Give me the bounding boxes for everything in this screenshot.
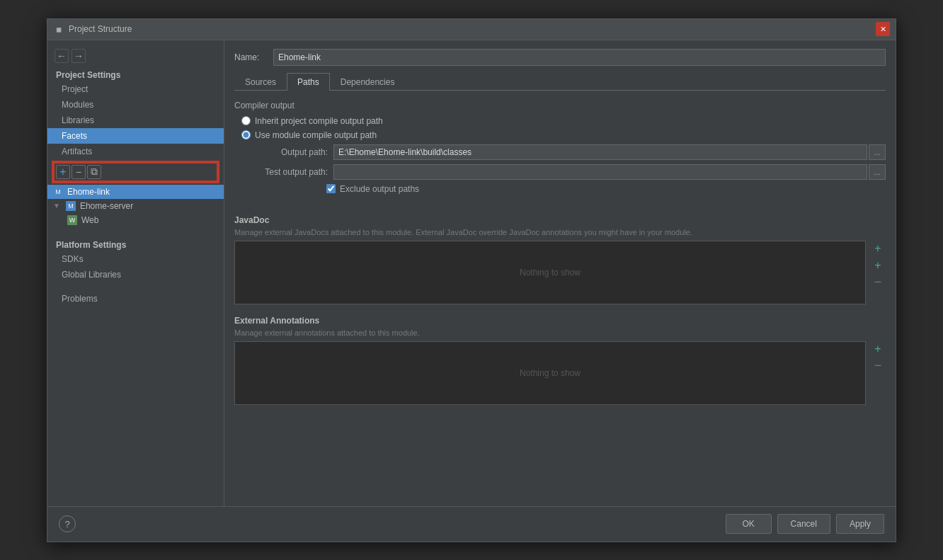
project-settings-label: Project Settings xyxy=(47,66,224,81)
ext-ann-add-button[interactable]: + xyxy=(870,341,886,357)
javadoc-add-jar-button[interactable]: + xyxy=(870,258,886,273)
module-icon: M xyxy=(53,187,63,197)
sidebar-item-libraries[interactable]: Libraries xyxy=(47,113,224,128)
sidebar-item-problems[interactable]: Problems xyxy=(47,291,224,307)
tree-node-ehome-server[interactable]: ▼ M Ehome-server xyxy=(47,199,224,213)
ext-ann-title: External Annotations xyxy=(234,316,886,326)
exclude-label: Exclude output paths xyxy=(340,184,419,194)
dialog-icon: ◼ xyxy=(53,23,64,35)
sidebar-item-artifacts[interactable]: Artifacts xyxy=(47,144,224,159)
sidebar-item-sdks[interactable]: SDKs xyxy=(47,251,224,267)
compiler-output-title: Compiler output xyxy=(234,101,886,110)
help-button[interactable]: ? xyxy=(59,515,76,532)
tree-node-web-label: Web xyxy=(81,215,98,225)
nav-forward-button[interactable]: → xyxy=(72,49,86,63)
exclude-checkbox[interactable] xyxy=(326,184,336,193)
sidebar: ← → Project Settings Project Modules Lib… xyxy=(47,40,224,506)
tab-dependencies[interactable]: Dependencies xyxy=(330,73,406,91)
radio-inherit[interactable] xyxy=(241,116,251,125)
sidebar-item-facets[interactable]: Facets xyxy=(47,128,224,144)
output-path-label: Output path: xyxy=(248,147,333,157)
nav-back-button[interactable]: ← xyxy=(55,49,69,63)
external-annotations-section: External Annotations Manage external ann… xyxy=(234,316,886,405)
ext-ann-list: Nothing to show xyxy=(234,341,866,405)
ext-ann-list-container: Nothing to show + − xyxy=(234,341,886,405)
javadoc-remove-button[interactable]: − xyxy=(870,275,886,290)
test-output-path-row: Test output path: ... xyxy=(234,164,886,180)
javadoc-list: Nothing to show xyxy=(234,241,866,304)
tree-copy-button[interactable]: ⧉ xyxy=(87,165,101,179)
ok-button[interactable]: OK xyxy=(726,514,772,534)
output-path-row: Output path: ... xyxy=(234,144,886,160)
tree-node-label: Ehome-link xyxy=(67,187,110,197)
javadoc-title: JavaDoc xyxy=(234,215,886,225)
radio-use-module-label: Use module compile output path xyxy=(255,130,377,140)
test-output-browse-button[interactable]: ... xyxy=(869,164,886,180)
javadoc-desc: Manage external JavaDocs attached to thi… xyxy=(234,228,886,236)
tabs: Sources Paths Dependencies xyxy=(234,73,886,91)
ext-ann-desc: Manage external annotations attached to … xyxy=(234,328,886,337)
radio-inherit-label: Inherit project compile output path xyxy=(255,116,383,126)
bottom-bar: ? OK Cancel Apply xyxy=(47,506,896,542)
web-icon: W xyxy=(67,215,77,225)
expand-arrow: ▼ xyxy=(53,202,60,210)
tree-add-button[interactable]: + xyxy=(56,165,70,179)
platform-settings-label: Platform Settings xyxy=(47,236,224,251)
dialog-title: Project Structure xyxy=(69,24,876,34)
output-path-browse-button[interactable]: ... xyxy=(869,144,886,160)
tree-remove-button[interactable]: − xyxy=(72,165,86,179)
radio-use-module-row: Use module compile output path xyxy=(234,130,886,140)
sidebar-item-project[interactable]: Project xyxy=(47,81,224,97)
sidebar-nav: ← → xyxy=(47,46,224,66)
tree-node-server-label: Ehome-server xyxy=(80,201,133,211)
dialog-body: ← → Project Settings Project Modules Lib… xyxy=(47,40,896,506)
tree-toolbar: + − ⧉ xyxy=(53,162,218,182)
main-panel: Name: Sources Paths Dependencies Compile… xyxy=(224,40,896,506)
ext-ann-remove-button[interactable]: − xyxy=(870,358,886,374)
tab-sources[interactable]: Sources xyxy=(234,73,287,91)
test-output-path-label: Test output path: xyxy=(248,167,333,177)
javadoc-empty-text: Nothing to show xyxy=(520,268,581,278)
tab-paths[interactable]: Paths xyxy=(287,73,330,91)
test-output-path-input[interactable] xyxy=(333,164,867,180)
compiler-output-section: Compiler output Inherit project compile … xyxy=(234,101,886,204)
cancel-button[interactable]: Cancel xyxy=(777,514,830,534)
tree-node-ehome-link[interactable]: M Ehome-link xyxy=(47,185,224,199)
ext-ann-empty-text: Nothing to show xyxy=(520,368,581,378)
javadoc-section: JavaDoc Manage external JavaDocs attache… xyxy=(234,215,886,304)
ext-ann-side-buttons: + − xyxy=(866,341,886,405)
radio-use-module[interactable] xyxy=(241,130,251,139)
javadoc-add-button[interactable]: + xyxy=(870,241,886,256)
sidebar-item-modules[interactable]: Modules xyxy=(47,97,224,113)
apply-button[interactable]: Apply xyxy=(836,514,884,534)
module-icon-server: M xyxy=(66,201,76,211)
exclude-checkbox-row: Exclude output paths xyxy=(234,184,886,194)
tree-node-web[interactable]: W Web xyxy=(47,213,224,227)
output-path-input[interactable] xyxy=(333,144,867,160)
javadoc-side-buttons: + + − xyxy=(866,241,886,304)
name-row: Name: xyxy=(234,49,886,66)
name-label: Name: xyxy=(234,52,273,62)
name-input[interactable] xyxy=(273,49,886,66)
javadoc-list-container: Nothing to show + + − xyxy=(234,241,886,304)
radio-inherit-row: Inherit project compile output path xyxy=(234,116,886,126)
sidebar-item-global-libraries[interactable]: Global Libraries xyxy=(47,267,224,282)
title-bar: ◼ Project Structure ✕ xyxy=(47,19,896,40)
close-button[interactable]: ✕ xyxy=(876,22,890,36)
